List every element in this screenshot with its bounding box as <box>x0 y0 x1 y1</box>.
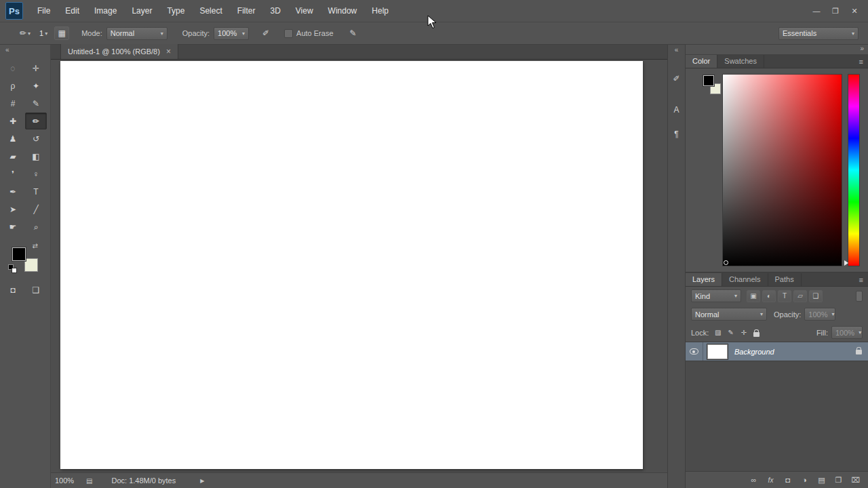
color-selection-marker[interactable] <box>724 260 728 265</box>
spot-healing-brush-tool[interactable]: ✚ <box>2 113 24 129</box>
menu-edit[interactable]: Edit <box>58 1 87 20</box>
close-button[interactable]: ✕ <box>845 4 864 18</box>
type-tool[interactable]: T <box>25 183 47 200</box>
filter-kind-select[interactable]: Kind▾ <box>691 289 741 302</box>
lock-all-icon[interactable] <box>751 327 762 338</box>
filter-adjustment-layers-icon[interactable]: ◐ <box>762 290 776 302</box>
menu-file[interactable]: File <box>30 1 58 20</box>
layers-panel: Layers Channels Paths ≡ Kind▾ ▣ ◐ T ▱ ❑ <box>686 272 868 488</box>
filter-pixel-layers-icon[interactable]: ▣ <box>747 290 760 302</box>
tab-color[interactable]: Color <box>686 55 717 68</box>
document-canvas[interactable] <box>60 61 643 469</box>
status-bar: 100% ▤ Doc: 1.48M/0 bytes ▶ <box>51 472 667 488</box>
layer-effects-icon[interactable]: fx <box>762 473 779 487</box>
brush-panel-icon[interactable]: ✐ <box>669 70 684 87</box>
new-layer-icon[interactable]: ❐ <box>830 473 847 487</box>
layer-row-background[interactable]: Background <box>686 342 868 361</box>
pen-tool[interactable]: ✒ <box>2 183 24 200</box>
panel-menu-icon[interactable]: ≡ <box>859 58 868 68</box>
layer-thumbnail[interactable] <box>707 344 728 359</box>
panel-foreground-swatch[interactable] <box>703 75 714 86</box>
expand-panels-button[interactable]: « <box>675 45 679 56</box>
layer-lock-row: Lock: ▨ ✎ ✛ Fill: 100%▾ <box>686 323 868 342</box>
path-selection-tool[interactable]: ➤ <box>2 201 24 218</box>
maximize-button[interactable]: ❐ <box>826 4 845 18</box>
lock-image-pixels-icon[interactable]: ✎ <box>725 327 736 338</box>
blend-mode-select[interactable]: Normal▾ <box>106 27 167 40</box>
background-color-swatch[interactable] <box>24 258 38 272</box>
filtering-on-off-toggle[interactable] <box>856 291 863 302</box>
zoom-tool[interactable]: ⌕ <box>25 218 47 235</box>
gradient-tool[interactable]: ◧ <box>25 148 47 165</box>
close-tab-icon[interactable]: × <box>166 47 171 56</box>
layer-group-icon[interactable]: ▤ <box>813 473 830 487</box>
dodge-tool[interactable]: ♀ <box>25 165 47 182</box>
pencil-tool[interactable]: ✏ <box>25 113 47 129</box>
filter-smart-objects-icon[interactable]: ❑ <box>809 290 823 302</box>
filter-type-layers-icon[interactable]: T <box>778 290 791 302</box>
layer-opacity-select[interactable]: 100%▾ <box>804 308 835 321</box>
toggle-brush-panel-button[interactable]: ▦ <box>54 26 69 40</box>
pressure-opacity-toggle[interactable]: ✐ <box>258 26 273 40</box>
history-brush-tool[interactable]: ↺ <box>25 130 47 147</box>
brush-size-picker[interactable]: 1▾ <box>37 26 50 40</box>
eyedropper-tool[interactable]: ✎ <box>25 95 47 112</box>
line-tool[interactable]: ╱ <box>25 201 47 218</box>
lasso-tool[interactable]: ρ <box>2 77 24 94</box>
layer-blend-mode-select[interactable]: Normal▾ <box>691 308 767 321</box>
hand-tool[interactable]: ☛ <box>2 218 24 235</box>
document-tab[interactable]: Untitled-1 @ 100% (RGB/8) × <box>60 44 178 59</box>
menu-layer[interactable]: Layer <box>124 1 159 20</box>
tab-channels[interactable]: Channels <box>722 273 768 286</box>
layer-fill-select[interactable]: 100%▾ <box>831 326 863 339</box>
character-panel-icon[interactable]: A <box>669 102 684 118</box>
crop-tool[interactable]: # <box>2 95 24 112</box>
menu-filter[interactable]: Filter <box>230 1 263 20</box>
foreground-color-swatch[interactable] <box>12 247 26 261</box>
menu-help[interactable]: Help <box>364 1 396 20</box>
blur-tool[interactable]: ❜ <box>2 165 24 182</box>
opacity-select[interactable]: 100%▾ <box>214 27 249 40</box>
collapse-tools-button[interactable]: « <box>0 45 50 56</box>
clone-stamp-tool[interactable]: ♟ <box>2 130 24 147</box>
lock-position-icon[interactable]: ✛ <box>738 327 749 338</box>
status-menu-arrow-icon[interactable]: ▶ <box>200 478 204 484</box>
quick-mask-button[interactable]: ◘ <box>2 281 24 298</box>
lock-transparent-pixels-icon[interactable]: ▨ <box>712 327 724 338</box>
tab-layers[interactable]: Layers <box>686 273 722 286</box>
tab-swatches[interactable]: Swatches <box>717 55 764 68</box>
panel-menu-icon[interactable]: ≡ <box>859 276 868 286</box>
swap-colors-icon[interactable]: ⇄ <box>33 242 38 249</box>
collapse-dock-button[interactable]: » <box>686 45 868 54</box>
link-layers-icon[interactable]: ∞ <box>745 473 762 487</box>
zoom-level-field[interactable]: 100% <box>55 476 86 485</box>
menu-select[interactable]: Select <box>192 1 229 20</box>
paragraph-panel-icon[interactable]: ¶ <box>669 126 684 142</box>
filter-shape-layers-icon[interactable]: ▱ <box>793 290 807 302</box>
menu-image[interactable]: Image <box>87 1 124 20</box>
menu-3d[interactable]: 3D <box>262 1 288 20</box>
menu-type[interactable]: Type <box>159 1 192 20</box>
eraser-tool[interactable]: ▰ <box>2 148 24 165</box>
move-tool[interactable]: ✛ <box>25 60 47 77</box>
hue-slider-marker[interactable] <box>844 260 848 266</box>
tab-paths[interactable]: Paths <box>768 273 802 286</box>
menu-window[interactable]: Window <box>321 1 365 20</box>
default-colors-icon[interactable] <box>8 264 17 273</box>
quick-selection-tool[interactable]: ✦ <box>25 77 47 94</box>
status-export-icon[interactable]: ▤ <box>86 477 92 485</box>
layer-mask-icon[interactable]: ◘ <box>779 473 796 487</box>
delete-layer-icon[interactable]: ⌧ <box>847 473 864 487</box>
tool-preset-picker[interactable]: ✏▾ <box>18 26 33 40</box>
screen-mode-button[interactable]: ❑ <box>25 281 47 298</box>
elliptical-marquee-tool[interactable]: ◌ <box>2 60 24 77</box>
minimize-button[interactable]: — <box>807 4 826 18</box>
saturation-brightness-picker[interactable] <box>722 74 842 266</box>
layer-visibility-toggle[interactable] <box>686 342 703 361</box>
auto-erase-checkbox[interactable] <box>284 29 293 38</box>
pressure-size-toggle[interactable]: ✎ <box>346 26 361 40</box>
menu-view[interactable]: View <box>288 1 321 20</box>
adjustment-layer-icon[interactable]: ◑ <box>796 473 813 487</box>
hue-slider[interactable] <box>848 74 860 266</box>
workspace-select[interactable]: Essentials▾ <box>778 27 859 40</box>
